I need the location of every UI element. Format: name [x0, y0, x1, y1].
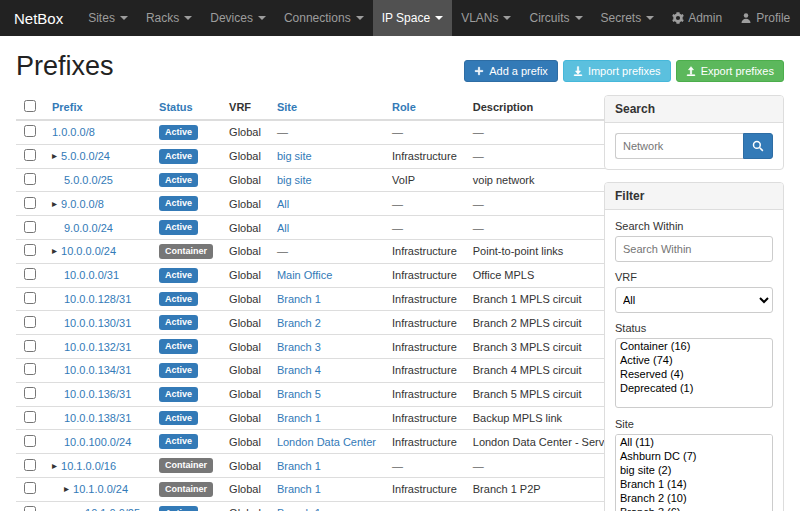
nav-item-devices[interactable]: Devices: [201, 0, 275, 36]
brand-logo[interactable]: NetBox: [14, 0, 63, 36]
prefix-link[interactable]: 10.0.0.134/31: [64, 364, 131, 376]
filter-option[interactable]: Branch 1 (14): [616, 477, 772, 491]
prefix-cell: ▸9.0.0.0/8: [44, 192, 151, 216]
row-checkbox[interactable]: [24, 387, 36, 399]
expand-arrow-icon[interactable]: ▸: [52, 461, 57, 471]
row-checkbox[interactable]: [24, 363, 36, 375]
site-link[interactable]: Branch 1: [277, 412, 321, 424]
site-link[interactable]: Branch 5: [277, 388, 321, 400]
site-link[interactable]: big site: [277, 150, 312, 162]
expand-arrow-icon[interactable]: ▸: [52, 151, 57, 161]
row-checkbox[interactable]: [24, 411, 36, 423]
nav-item-sites[interactable]: Sites: [79, 0, 137, 36]
prefix-link[interactable]: 10.0.0.130/31: [64, 317, 131, 329]
vrf-select[interactable]: All: [615, 287, 773, 313]
site-link[interactable]: All: [277, 222, 289, 234]
site-link[interactable]: Branch 1: [277, 460, 321, 472]
row-checkbox[interactable]: [24, 125, 36, 137]
nav-item-racks[interactable]: Racks: [137, 0, 201, 36]
prefix-link[interactable]: 10.0.0.0/31: [64, 269, 119, 281]
site-link[interactable]: big site: [277, 174, 312, 186]
expand-arrow-icon[interactable]: ▸: [52, 246, 57, 256]
filter-option[interactable]: Ashburn DC (7): [616, 449, 772, 463]
prefix-link[interactable]: 10.0.100.0/24: [64, 436, 131, 448]
prefix-link[interactable]: 5.0.0.0/25: [64, 174, 113, 186]
row-checkbox[interactable]: [24, 340, 36, 352]
prefix-link[interactable]: 5.0.0.0/24: [61, 150, 110, 162]
status-select[interactable]: Container (16)Active (74)Reserved (4)Dep…: [615, 338, 773, 408]
site-cell: Branch 1: [269, 287, 384, 311]
row-checkbox[interactable]: [24, 268, 36, 280]
export-prefixes-button[interactable]: Export prefixes: [676, 60, 784, 82]
status-badge: Active: [159, 220, 198, 235]
filter-option[interactable]: Active (74): [616, 353, 772, 367]
nav-item-label: VLANs: [461, 11, 498, 25]
prefix-link[interactable]: 10.0.0.0/24: [61, 245, 116, 257]
site-link[interactable]: London Data Center: [277, 436, 376, 448]
row-checkbox[interactable]: [24, 197, 36, 209]
row-checkbox[interactable]: [24, 316, 36, 328]
column-header-prefix[interactable]: Prefix: [52, 101, 83, 113]
prefix-link[interactable]: 10.0.0.128/31: [64, 293, 131, 305]
nav-item-ip-space[interactable]: IP Space: [373, 0, 452, 36]
prefix-link[interactable]: 10.0.0.136/31: [64, 388, 131, 400]
row-checkbox[interactable]: [24, 221, 36, 233]
import-prefixes-button[interactable]: Import prefixes: [563, 60, 671, 82]
prefix-link[interactable]: 10.0.0.138/31: [64, 412, 131, 424]
row-checkbox[interactable]: [24, 435, 36, 447]
row-checkbox-cell: [16, 263, 44, 287]
column-header-vrf: VRF: [229, 101, 251, 113]
filter-option[interactable]: Container (16): [616, 339, 772, 353]
filter-option[interactable]: big site (2): [616, 463, 772, 477]
site-link[interactable]: Branch 1: [277, 507, 321, 511]
prefix-link[interactable]: 10.1.0.0/24: [73, 483, 128, 495]
column-header-site[interactable]: Site: [277, 101, 297, 113]
column-header-role[interactable]: Role: [392, 101, 416, 113]
prefix-link[interactable]: 10.1.0.0/25: [85, 507, 140, 511]
nav-item-secrets[interactable]: Secrets: [592, 0, 664, 36]
site-link[interactable]: Branch 1: [277, 483, 321, 495]
prefix-link[interactable]: 10.1.0.0/16: [61, 460, 116, 472]
prefix-link[interactable]: 1.0.0.0/8: [52, 126, 95, 138]
site-link[interactable]: Branch 2: [277, 317, 321, 329]
column-header-status[interactable]: Status: [159, 101, 193, 113]
site-link[interactable]: Branch 3: [277, 341, 321, 353]
site-link[interactable]: Branch 4: [277, 364, 321, 376]
row-checkbox[interactable]: [24, 244, 36, 256]
filter-option[interactable]: Branch 2 (10): [616, 491, 772, 505]
row-checkbox[interactable]: [24, 482, 36, 494]
status-badge: Active: [159, 268, 198, 283]
table-row: ▸9.0.0.0/8ActiveGlobalAll——: [16, 192, 665, 216]
site-cell: Branch 2: [269, 311, 384, 335]
nav-item-admin[interactable]: Admin: [663, 0, 731, 36]
site-cell: All: [269, 192, 384, 216]
row-checkbox[interactable]: [24, 292, 36, 304]
nav-item-circuits[interactable]: Circuits: [520, 0, 591, 36]
filter-option[interactable]: Reserved (4): [616, 367, 772, 381]
filter-option[interactable]: All (11): [616, 435, 772, 449]
filter-option[interactable]: Deprecated (1): [616, 381, 772, 395]
site-link[interactable]: Branch 1: [277, 293, 321, 305]
nav-item-vlans[interactable]: VLANs: [452, 0, 520, 36]
expand-arrow-icon[interactable]: ▸: [52, 199, 57, 209]
row-checkbox[interactable]: [24, 173, 36, 185]
site-select[interactable]: All (11)Ashburn DC (7)big site (2)Branch…: [615, 434, 773, 511]
site-link[interactable]: All: [277, 198, 289, 210]
nav-item-connections[interactable]: Connections: [275, 0, 373, 36]
filter-option[interactable]: Branch 3 (6): [616, 505, 772, 511]
row-checkbox[interactable]: [24, 149, 36, 161]
prefix-link[interactable]: 9.0.0.0/8: [61, 198, 104, 210]
site-link[interactable]: Main Office: [277, 269, 332, 281]
prefix-link[interactable]: 9.0.0.0/24: [64, 222, 113, 234]
prefix-link[interactable]: 10.0.0.132/31: [64, 341, 131, 353]
nav-item-profile[interactable]: Profile: [731, 0, 799, 36]
select-all-checkbox[interactable]: [24, 100, 36, 112]
expand-arrow-icon[interactable]: ▸: [64, 484, 69, 494]
search-within-input[interactable]: [615, 236, 773, 262]
search-within-label: Search Within: [615, 220, 773, 232]
add-prefix-button[interactable]: Add a prefix: [464, 60, 558, 82]
search-button[interactable]: [743, 133, 773, 159]
row-checkbox[interactable]: [24, 459, 36, 471]
search-input[interactable]: [615, 133, 743, 159]
row-checkbox[interactable]: [24, 506, 36, 511]
